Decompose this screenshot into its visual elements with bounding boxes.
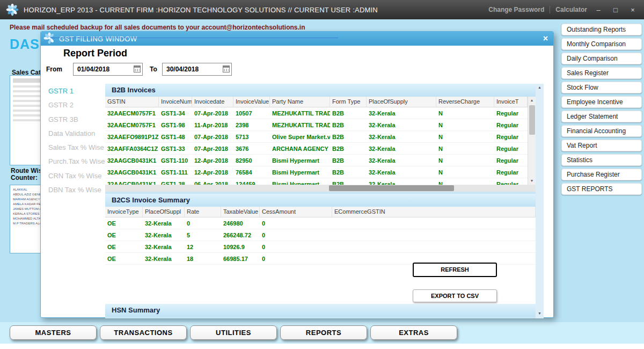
- column-header[interactable]: Form Type: [330, 97, 367, 107]
- cell-taxable-value: 66985.17: [221, 253, 260, 264]
- cell-invoice-type: Regular: [494, 107, 528, 119]
- calculator-link[interactable]: Calculator: [555, 6, 587, 13]
- to-label: To: [150, 66, 157, 73]
- titlebar-divider: [550, 6, 550, 13]
- cell-place-of-supply: 32-Kerala: [367, 143, 436, 154]
- column-header[interactable]: PlaceOfSupply: [367, 97, 436, 107]
- report-period-heading: Report Period: [63, 48, 127, 59]
- gst-content-panel: B2B Invoices GSTINInvoiceNumbInvoicedate…: [105, 84, 544, 318]
- cell-place-of-supply: 32-Kerala: [367, 178, 436, 185]
- report-menu-item[interactable]: Employee Incentive: [561, 96, 642, 108]
- column-header[interactable]: Rate: [185, 207, 221, 217]
- cell-invoice-number: GST1-98: [159, 119, 192, 130]
- column-header[interactable]: ECommerceGSTIN: [332, 207, 536, 217]
- column-header[interactable]: ReverseCharge: [436, 97, 494, 107]
- table-row[interactable]: 32AAEFO9891P1Z GST1-48 07-Apr-2018 5713 …: [105, 131, 528, 143]
- report-menu-item[interactable]: Stock Flow: [561, 82, 642, 93]
- scrollbar-thumb[interactable]: [529, 105, 535, 135]
- column-header[interactable]: TaxableValue: [221, 207, 260, 217]
- report-menu-item[interactable]: Purchase Register: [561, 169, 642, 180]
- calendar-icon[interactable]: [223, 66, 230, 72]
- table-row[interactable]: OE 32-Kerala 12 10926.9 0: [105, 241, 536, 253]
- from-date-input[interactable]: [73, 63, 143, 76]
- dashboard-background: Please mail scheduled backup for all sal…: [0, 19, 644, 322]
- column-header[interactable]: InvoiceT: [494, 97, 528, 107]
- cell-invoice-type: OE: [105, 241, 143, 252]
- to-date-input[interactable]: [162, 63, 232, 76]
- column-header[interactable]: InvoiceValue: [233, 97, 270, 107]
- column-header[interactable]: InvoiceNumb: [159, 97, 192, 107]
- table-row[interactable]: 32AAECM0757F1 GST1-98 11-Apr-2018 2398 M…: [105, 119, 528, 131]
- nav-button[interactable]: MASTERS: [10, 325, 97, 340]
- column-header[interactable]: PlaceOfSuppl: [143, 207, 185, 217]
- content-vertical-scrollbar[interactable]: ▲ ▼: [536, 84, 544, 318]
- report-menu-item[interactable]: Financial Accounting: [561, 125, 642, 137]
- table-row[interactable]: 32AAECM0757F1 GST1-34 07-Apr-2018 10507 …: [105, 107, 528, 119]
- nav-button[interactable]: UTILITIES: [190, 325, 277, 340]
- cell-form-type: B2B: [330, 131, 367, 142]
- cell-invoice-date: 07-Apr-2018: [192, 143, 233, 154]
- cell-place-of-supply: 32-Kerala: [367, 155, 436, 166]
- nav-button[interactable]: REPORTS: [280, 325, 367, 340]
- column-header[interactable]: GSTIN: [105, 97, 159, 107]
- cell-form-type: B2B: [330, 155, 367, 166]
- report-menu-item[interactable]: Statistics: [561, 154, 642, 166]
- report-menu-item[interactable]: Ledger Statement: [561, 111, 642, 122]
- report-menu-item[interactable]: Daily Comparison: [561, 53, 642, 64]
- table-row[interactable]: OE 32-Kerala 0 246980 0: [105, 217, 536, 229]
- b2b-table-body: 32AAECM0757F1 GST1-34 07-Apr-2018 10507 …: [105, 107, 536, 185]
- cell-invoice-type: Regular: [494, 119, 528, 130]
- change-password-link[interactable]: Change Password: [488, 6, 544, 13]
- gst-menu-item[interactable]: CRN Tax % Wise: [48, 169, 104, 183]
- report-menu-item[interactable]: Monthly Comparison: [561, 38, 642, 50]
- close-icon[interactable]: ×: [627, 6, 639, 14]
- b2cs-table-header-row: InvoiceTypePlaceOfSupplRateTaxableValueC…: [105, 207, 536, 217]
- table-row[interactable]: 32AAGCB0431K1 GST1-110 12-Apr-2018 82950…: [105, 155, 528, 166]
- nav-button[interactable]: EXTRAS: [370, 325, 457, 340]
- gst-menu-item[interactable]: Sales Tax % Wise: [48, 141, 104, 155]
- nav-button[interactable]: TRANSACTIONS: [100, 325, 187, 340]
- cell-invoice-type: Regular: [494, 155, 528, 166]
- column-header[interactable]: Invoicedate: [192, 97, 233, 107]
- gst-menu-item[interactable]: Purch.Tax % Wise: [48, 155, 104, 169]
- scroll-up-icon[interactable]: ▲: [528, 97, 536, 104]
- b2b-vertical-scrollbar[interactable]: ▲ ▼: [528, 97, 536, 185]
- to-date-field: [162, 63, 232, 76]
- report-menu-item[interactable]: Sales Register: [561, 67, 642, 79]
- scrollbar-thumb[interactable]: [329, 185, 454, 191]
- gst-window-close-icon[interactable]: ×: [543, 34, 548, 43]
- gst-menu-item[interactable]: GSTR 3B: [48, 113, 104, 127]
- b2b-horizontal-scrollbar[interactable]: [105, 185, 536, 192]
- cell-party-name: Bismi Hypermart: [270, 155, 330, 166]
- table-row[interactable]: 32AAGCB0431K1 GST1-38 06-Apr-2018 124459…: [105, 178, 528, 185]
- cell-rate: 0: [185, 217, 221, 229]
- maximize-icon[interactable]: □: [610, 6, 621, 14]
- report-menu-item[interactable]: Vat Report: [561, 140, 642, 151]
- cell-invoice-type: Regular: [494, 131, 528, 142]
- column-header[interactable]: InvoiceType: [105, 207, 143, 217]
- cell-cess-amount: 0: [260, 217, 332, 229]
- report-menu-item[interactable]: GST REPORTS: [561, 183, 642, 195]
- column-header[interactable]: Party Name: [270, 97, 330, 107]
- scroll-up-icon[interactable]: ▲: [536, 84, 544, 91]
- gst-menu-item[interactable]: DBN Tax % Wise: [48, 183, 104, 197]
- gst-menu-item[interactable]: GSTR 1: [48, 84, 104, 98]
- cell-cess-amount: 0: [260, 229, 332, 241]
- table-row[interactable]: OE 32-Kerala 5 266248.72 0: [105, 229, 536, 241]
- cell-gstin: 32AAFFA0364C1Z: [105, 143, 159, 154]
- cell-reverse-charge: N: [436, 107, 494, 119]
- minimize-icon[interactable]: –: [592, 6, 604, 14]
- table-row[interactable]: 32AAFFA0364C1Z GST1-33 07-Apr-2018 3676 …: [105, 143, 528, 155]
- gst-menu-item[interactable]: Data Validation: [48, 127, 104, 141]
- table-row[interactable]: 32AAGCB0431K1 GST1-111 12-Apr-2018 76584…: [105, 166, 528, 178]
- scroll-down-icon[interactable]: ▼: [528, 177, 536, 185]
- calendar-icon[interactable]: [134, 66, 141, 72]
- cell-invoice-date: 06-Apr-2018: [192, 178, 233, 185]
- export-to-csv-button[interactable]: EXPORT TO CSV: [413, 289, 497, 302]
- gst-menu-item[interactable]: GSTR 2: [48, 98, 104, 112]
- column-header[interactable]: CessAmount: [260, 207, 332, 217]
- report-menu-item[interactable]: Outstanding Reports: [561, 24, 642, 35]
- refresh-button[interactable]: REFRESH: [413, 263, 497, 277]
- cell-gstin: 32AAGCB0431K1: [105, 166, 159, 178]
- scroll-down-icon[interactable]: ▼: [536, 310, 544, 317]
